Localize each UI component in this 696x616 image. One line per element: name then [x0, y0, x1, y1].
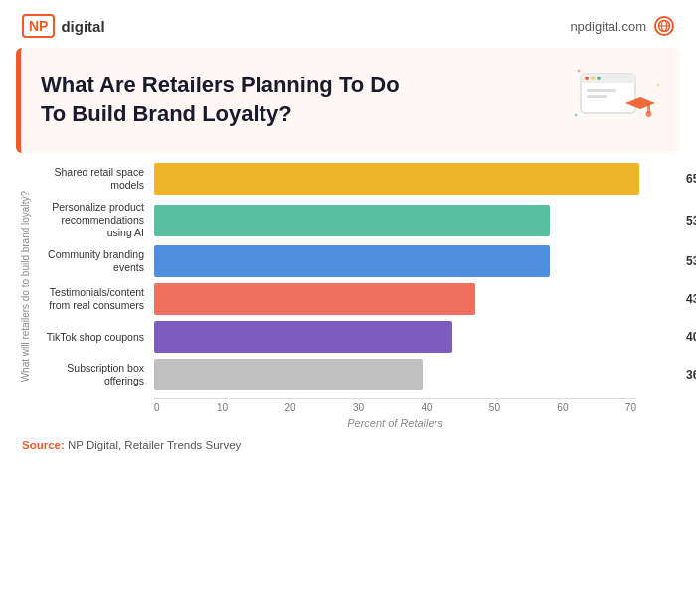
bar-fill	[154, 283, 475, 315]
bar-label: TikTok shop coupons	[35, 331, 154, 344]
bar-fill	[154, 321, 452, 353]
bar-track: 40%	[154, 321, 676, 353]
bar-track: 36%	[154, 359, 676, 390]
bar-fill	[154, 359, 423, 390]
svg-point-15	[575, 114, 578, 117]
logo-word: digital	[61, 18, 104, 35]
bar-row: Testimonials/content from real consumers…	[35, 283, 676, 315]
source-label: Source:	[22, 439, 65, 451]
bar-row: Shared retail space models65%	[35, 163, 676, 195]
website-url: npdigital.com	[570, 19, 646, 34]
source-text: NP Digital, Retailer Trends Survey	[68, 439, 241, 451]
x-tick: 40	[421, 402, 432, 413]
title-illustration	[571, 66, 660, 135]
bar-fill	[154, 245, 550, 277]
title-section: What Are Retailers Planning To Do To Bui…	[16, 48, 680, 153]
bar-label: Shared retail space models	[35, 166, 154, 192]
bar-row: Subscription box offerings36%	[35, 359, 676, 390]
header-right: npdigital.com	[570, 16, 674, 36]
svg-rect-8	[587, 89, 616, 92]
globe-icon	[654, 16, 674, 36]
bar-pct-label: 36%	[686, 368, 696, 382]
x-tick: 60	[557, 402, 568, 413]
x-tick: 20	[284, 402, 295, 413]
bar-pct-label: 43%	[686, 292, 696, 306]
bar-row: Personalize product recommendations usin…	[35, 201, 676, 239]
svg-point-12	[646, 111, 652, 117]
bar-track: 53%	[154, 205, 676, 236]
bar-label: Personalize product recommendations usin…	[35, 201, 154, 239]
svg-rect-9	[587, 95, 607, 98]
logo: NP digital	[22, 14, 105, 38]
logo-letters: NP	[22, 14, 55, 38]
bar-track: 53%	[154, 245, 676, 277]
x-tick: 0	[154, 402, 160, 413]
chart-section: What will retailers do to build brand lo…	[0, 153, 696, 429]
bar-track: 65%	[154, 163, 676, 195]
bar-row: Community branding events53%	[35, 245, 676, 277]
bar-rows: Shared retail space models65%Personalize…	[35, 163, 676, 390]
x-axis: 010203040506070 Percent of Retailers	[154, 398, 636, 429]
bar-label: Community branding events	[35, 248, 154, 274]
svg-point-6	[591, 77, 595, 80]
svg-rect-4	[581, 74, 635, 83]
x-tick: 30	[353, 402, 364, 413]
bar-pct-label: 40%	[686, 330, 696, 344]
y-axis-label: What will retailers do to build brand lo…	[20, 191, 31, 382]
svg-point-7	[597, 77, 601, 80]
x-tick: 50	[489, 402, 500, 413]
bar-label: Testimonials/content from real consumers	[35, 286, 154, 312]
bar-row: TikTok shop coupons40%	[35, 321, 676, 353]
svg-point-14	[657, 84, 660, 87]
bar-track: 43%	[154, 283, 676, 315]
bar-pct-label: 65%	[686, 172, 696, 186]
bar-label: Subscription box offerings	[35, 362, 154, 387]
chart-inner: Shared retail space models65%Personalize…	[35, 163, 676, 429]
header: NP digital npdigital.com	[0, 0, 696, 48]
bar-pct-label: 53%	[686, 214, 696, 228]
bar-fill	[154, 205, 550, 236]
x-tick: 10	[217, 402, 228, 413]
bar-pct-label: 53%	[686, 254, 696, 268]
svg-point-13	[578, 70, 581, 73]
svg-point-5	[585, 77, 589, 80]
x-tick: 70	[625, 402, 636, 413]
bar-fill	[154, 163, 639, 195]
x-axis-label: Percent of Retailers	[154, 417, 636, 429]
source-section: Source: NP Digital, Retailer Trends Surv…	[0, 429, 696, 451]
title-text: What Are Retailers Planning To Do To Bui…	[41, 72, 400, 128]
